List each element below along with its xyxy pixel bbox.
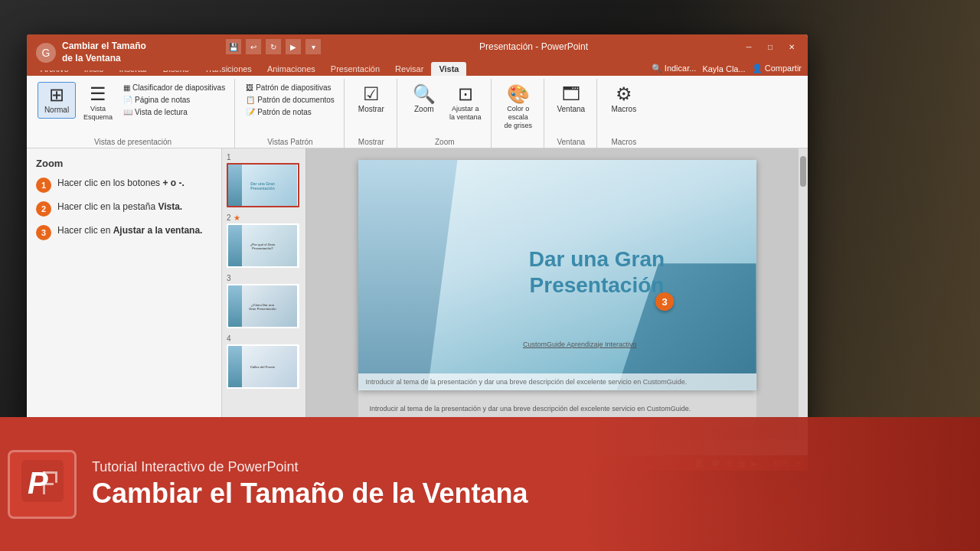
ventana-content: 🗔 Ventana <box>552 79 590 135</box>
overlay-subtitle: Tutorial Interactivo de PowerPoint <box>92 458 528 476</box>
ribbon-group-zoom: 🔍 Zoom ⊡ Ajustar ala ventana Zoom <box>399 79 492 148</box>
slide-img-3[interactable]: ¿Cómo Dar unaGran Presentación <box>227 284 299 328</box>
slide-mini-2: ¿Por qué el GranPresentación? <box>228 225 297 267</box>
main-slide-area: Dar una Gran Presentación CustomGuide Ap… <box>306 148 808 439</box>
step-num-1: 1 <box>36 178 51 193</box>
slide-scrollbar[interactable] <box>799 148 808 439</box>
macros-label: Macros <box>611 105 636 114</box>
notes-master-label: Patrón de notas <box>257 108 312 116</box>
vistas-buttons: ⊞ Normal ☰ VistaEsquema ▦ Clasificador d… <box>38 79 228 135</box>
slide-mini-text-4: Calles del Frente <box>250 365 275 369</box>
color-group-label <box>499 144 537 148</box>
user-name: Kayla Cla... <box>702 64 745 73</box>
slide-sorter-button[interactable]: ▦ Clasificador de diapositivas <box>120 82 228 93</box>
handout-master-button[interactable]: 📋 Patrón de documentos <box>243 94 338 106</box>
slide-sorter-icon: ▦ <box>123 83 130 92</box>
svg-rect-4 <box>43 483 54 485</box>
save-button[interactable]: 💾 <box>226 39 241 54</box>
slide-thumb-1[interactable]: 1 Dar una GranPresentación <box>227 153 301 207</box>
slide-thumb-3[interactable]: 3 ¿Cómo Dar unaGran Presentación <box>227 274 301 328</box>
slide-num-2: 2 <box>227 214 231 222</box>
color-button[interactable]: 🎨 Color o escalade grises <box>499 82 537 132</box>
close-button[interactable]: ✕ <box>782 39 802 54</box>
slide-img-4[interactable]: Calles del Frente <box>227 344 299 389</box>
color-content: 🎨 Color o escalade grises <box>499 79 537 144</box>
slide-master-button[interactable]: 🖼 Patrón de diapositivas <box>243 82 338 93</box>
instruction-panel: Zoom 1 Hacer clic en los botones + o -. … <box>27 148 222 439</box>
tab-animaciones[interactable]: Animaciones <box>260 62 323 76</box>
notes-page-icon: 📄 <box>123 96 132 104</box>
step-text-1: Hacer clic en los botones + o -. <box>57 177 185 190</box>
step-text-2: Hacer clic en la pestaña Vista. <box>57 201 182 214</box>
reading-label: Vista de lectura <box>135 108 188 116</box>
zoom-group-label: Zoom <box>405 135 485 148</box>
slide-mini-text-3: ¿Cómo Dar unaGran Presentación <box>249 303 276 311</box>
show-button[interactable]: ☑ Mostrar <box>352 82 390 117</box>
zoom-content: 🔍 Zoom ⊡ Ajustar ala ventana <box>405 79 485 135</box>
overlay-title: Cambiar el Tamaño de la Ventana <box>92 477 528 510</box>
ribbon-group-patron: 🖼 Patrón de diapositivas 📋 Patrón de doc… <box>237 79 345 148</box>
window-button[interactable]: 🗔 Ventana <box>552 82 590 117</box>
notes-page-button[interactable]: 📄 Página de notas <box>120 94 228 106</box>
maximize-button[interactable]: □ <box>760 39 780 54</box>
macros-group-label: Macros <box>605 135 643 148</box>
mostrar-content: ☑ Mostrar <box>352 79 390 135</box>
zoom-button[interactable]: 🔍 Zoom <box>405 82 443 117</box>
slide-master-icon: 🖼 <box>246 83 253 92</box>
present-button[interactable]: ▶ <box>286 39 301 54</box>
notes-master-button[interactable]: 📝 Patrón de notas <box>243 106 338 118</box>
app-badge: G Cambiar el Tamañode la Ventana <box>27 34 222 70</box>
svg-rect-5 <box>55 471 57 483</box>
slide-master-label: Patrón de diapositivas <box>256 83 331 92</box>
svg-rect-3 <box>43 471 55 474</box>
tab-presentacion[interactable]: Presentación <box>323 62 387 76</box>
tab-vista[interactable]: Vista <box>431 62 466 76</box>
patron-buttons: 🖼 Patrón de diapositivas 📋 Patrón de doc… <box>243 79 338 135</box>
slide-num-3: 3 <box>227 274 231 282</box>
slide-subtitle: CustomGuide Aprendizaje Interactivo <box>523 341 637 348</box>
step-text-3: Hacer clic en Ajustar a la ventana. <box>57 224 202 237</box>
slide-mini-text-2: ¿Por qué el GranPresentación? <box>250 243 275 250</box>
outline-view-button[interactable]: ☰ VistaEsquema <box>79 82 117 125</box>
step-num-2: 2 <box>36 201 51 217</box>
undo-button[interactable]: ↩ <box>246 39 261 54</box>
mostrar-group-label: Mostrar <box>352 135 390 148</box>
slide-panel[interactable]: 1 Dar una GranPresentación 2 ★ <box>222 148 306 439</box>
redo-button[interactable]: ↻ <box>266 39 281 54</box>
slide-thumb-4[interactable]: 4 Calles del Frente <box>227 334 301 389</box>
fit-label: Ajustar ala ventana <box>449 105 482 122</box>
slide-mini-4: Calles del Frente <box>228 346 297 388</box>
slide-5-text: Introducir al tema de la presentación y … <box>370 405 691 412</box>
search-indicator[interactable]: 🔍 Indicar... <box>652 64 697 73</box>
main-slide: Dar una Gran Presentación CustomGuide Ap… <box>358 160 756 390</box>
bottom-overlay: P Tutorial Interactivo de PowerPoint Cam… <box>0 417 980 551</box>
macros-content: ⚙ Macros <box>605 79 643 135</box>
ribbon-right: 🔍 Indicar... Kayla Cla... 👤 Compartir <box>652 64 802 76</box>
normal-label: Normal <box>44 106 69 115</box>
main-content: Zoom 1 Hacer clic en los botones + o -. … <box>27 148 808 439</box>
scroll-thumb[interactable] <box>800 156 806 187</box>
step-2: 2 Hacer clic en la pestaña Vista. <box>36 201 212 217</box>
slide-mini-text-1: Dar una GranPresentación <box>250 181 275 191</box>
tab-revisar[interactable]: Revisar <box>387 62 431 76</box>
normal-view-button[interactable]: ⊞ Normal <box>38 82 76 119</box>
slide-thumb-2[interactable]: 2 ★ ¿Por qué el GranPresentación? <box>227 214 301 268</box>
ventana-group-label: Ventana <box>552 135 590 148</box>
badge-3-indicator: 3 <box>655 292 674 311</box>
color-label: Color o escalade grises <box>501 105 536 129</box>
ribbon-group-mostrar: ☑ Mostrar Mostrar <box>346 79 397 148</box>
slide-mini-3: ¿Cómo Dar unaGran Presentación <box>228 285 297 328</box>
macros-button[interactable]: ⚙ Macros <box>605 82 643 117</box>
pp-logo-letter: P <box>21 460 64 508</box>
patron-col: 🖼 Patrón de diapositivas 📋 Patrón de doc… <box>243 82 338 118</box>
slide-img-2[interactable]: ¿Por qué el GranPresentación? <box>227 223 299 268</box>
fit-window-button[interactable]: ⊡ Ajustar ala ventana <box>446 82 485 125</box>
normal-icon: ⊞ <box>49 86 64 104</box>
share-button[interactable]: 👤 Compartir <box>752 64 802 73</box>
slide-img-1[interactable]: Dar una GranPresentación <box>227 163 299 207</box>
handout-icon: 📋 <box>246 96 255 104</box>
reading-view-button[interactable]: 📖 Vista de lectura <box>120 106 228 118</box>
minimize-button[interactable]: ─ <box>739 39 759 54</box>
customize-button[interactable]: ▾ <box>305 39 321 54</box>
badge-title: Cambiar el Tamañode la Ventana <box>62 41 146 64</box>
